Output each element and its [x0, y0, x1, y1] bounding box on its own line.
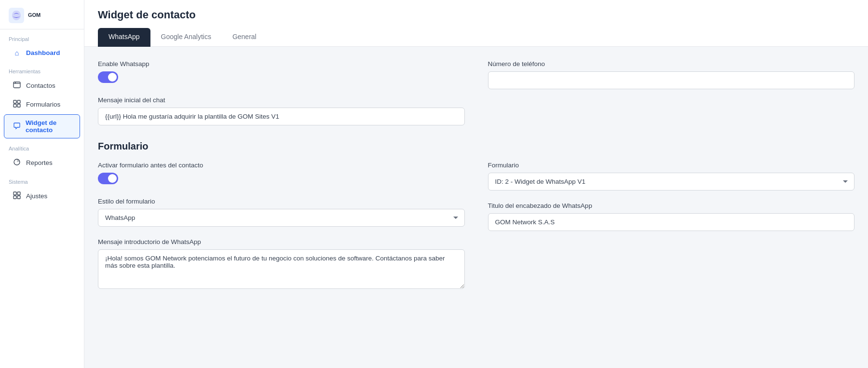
titulo-input[interactable] [488, 213, 855, 231]
logo-icon [9, 8, 24, 23]
sidebar-item-label: Reportes [26, 159, 53, 166]
svg-rect-10 [14, 192, 16, 195]
field-mensaje-inicial: Mensaje inicial del chat [98, 96, 465, 125]
field-activar-formulario: Activar formulario antes del contacto [98, 162, 465, 186]
mensaje-inicial-label: Mensaje inicial del chat [98, 96, 465, 104]
svg-rect-1 [14, 82, 20, 88]
page-content: Enable Whatsapp Mensaje inicial del chat [84, 47, 868, 368]
field-mensaje-introductorio: Mensaje introductorio de WhatsApp ¡Hola!… [98, 238, 465, 291]
formularios-icon [13, 100, 21, 109]
col-formulario-right: Formulario ID: 2 - Widget de WhatsApp V1… [488, 162, 855, 302]
mensaje-introductorio-label: Mensaje introductorio de WhatsApp [98, 238, 465, 245]
svg-rect-5 [17, 100, 20, 103]
activar-toggle[interactable] [98, 173, 118, 184]
field-estilo: Estilo del formulario WhatsApp [98, 198, 465, 227]
section-sistema: Sistema [0, 172, 84, 187]
sidebar-item-formularios[interactable]: Formularios [4, 95, 80, 113]
col-activar: Activar formulario antes del contacto Es… [98, 162, 465, 302]
estilo-select[interactable]: WhatsApp [98, 209, 465, 227]
svg-rect-7 [17, 104, 20, 107]
numero-label: Número de teléfono [488, 60, 855, 68]
formulario-dropdown-label: Formulario [488, 162, 855, 169]
toggle-slider [98, 71, 118, 83]
widget-icon [13, 122, 21, 131]
logo: GOM [0, 0, 84, 29]
tabs: WhatsApp Google Analytics General [98, 28, 854, 46]
mensaje-introductorio-textarea[interactable]: ¡Hola! somos GOM Network potenciamos el … [98, 249, 465, 289]
formulario-heading: Formulario [98, 141, 854, 152]
field-numero: Número de teléfono [488, 60, 855, 89]
sidebar-item-label: Ajustes [26, 192, 47, 200]
row-formulario: Activar formulario antes del contacto Es… [98, 162, 854, 302]
field-enable-whatsapp: Enable Whatsapp [98, 60, 465, 85]
reportes-icon [13, 158, 21, 167]
activar-formulario-label: Activar formulario antes del contacto [98, 162, 465, 169]
sidebar-item-widget-contacto[interactable]: Widget de contacto [4, 114, 80, 138]
col-numero: Número de teléfono [488, 60, 855, 137]
sidebar-item-dashboard[interactable]: ⌂ Dashboard [4, 44, 80, 61]
page-title: Widget de contacto [98, 9, 854, 21]
toggle-wrap-enable [98, 71, 465, 85]
svg-rect-13 [17, 196, 20, 199]
numero-input[interactable] [488, 71, 855, 89]
sidebar-item-reportes[interactable]: Reportes [4, 154, 80, 172]
sidebar-item-label: Widget de contacto [26, 119, 71, 134]
field-titulo-encabezado: Titulo del encabezado de WhatsApp [488, 202, 855, 231]
formulario-select[interactable]: ID: 2 - Widget de WhatsApp V1 [488, 173, 855, 191]
svg-rect-12 [14, 196, 16, 199]
toggle-wrap-activar [98, 173, 465, 186]
svg-rect-4 [14, 100, 16, 103]
svg-rect-11 [17, 192, 20, 195]
sidebar: GOM Principal ⌂ Dashboard Herramientas C… [0, 0, 84, 368]
sidebar-item-label: Formularios [26, 101, 60, 108]
col-enable: Enable Whatsapp Mensaje inicial del chat [98, 60, 465, 137]
sidebar-item-ajustes[interactable]: Ajustes [4, 187, 80, 205]
tab-general[interactable]: General [222, 28, 267, 47]
toggle-slider-activar [98, 173, 118, 184]
svg-rect-6 [14, 104, 16, 107]
field-formulario-dropdown: Formulario ID: 2 - Widget de WhatsApp V1 [488, 162, 855, 191]
sidebar-item-label: Contactos [26, 82, 55, 89]
tab-google-analytics[interactable]: Google Analytics [150, 28, 222, 47]
ajustes-icon [13, 191, 21, 201]
enable-label: Enable Whatsapp [98, 60, 465, 68]
titulo-label: Titulo del encabezado de WhatsApp [488, 202, 855, 209]
section-herramientas: Herramientas [0, 62, 84, 76]
section-analitica: Analítica [0, 139, 84, 153]
logo-text: GOM [28, 12, 41, 18]
row-enable: Enable Whatsapp Mensaje inicial del chat [98, 60, 854, 137]
tab-whatsapp[interactable]: WhatsApp [98, 28, 150, 47]
home-icon: ⌂ [13, 49, 21, 57]
page-header: Widget de contacto WhatsApp Google Analy… [84, 0, 868, 47]
enable-toggle[interactable] [98, 71, 118, 83]
main-content: Widget de contacto WhatsApp Google Analy… [84, 0, 868, 368]
mensaje-inicial-input[interactable] [98, 108, 465, 125]
sidebar-item-label: Dashboard [26, 49, 60, 56]
section-principal: Principal [0, 29, 84, 44]
sidebar-item-contactos[interactable]: Contactos [4, 77, 80, 95]
estilo-label: Estilo del formulario [98, 198, 465, 205]
contactos-icon [13, 81, 21, 90]
